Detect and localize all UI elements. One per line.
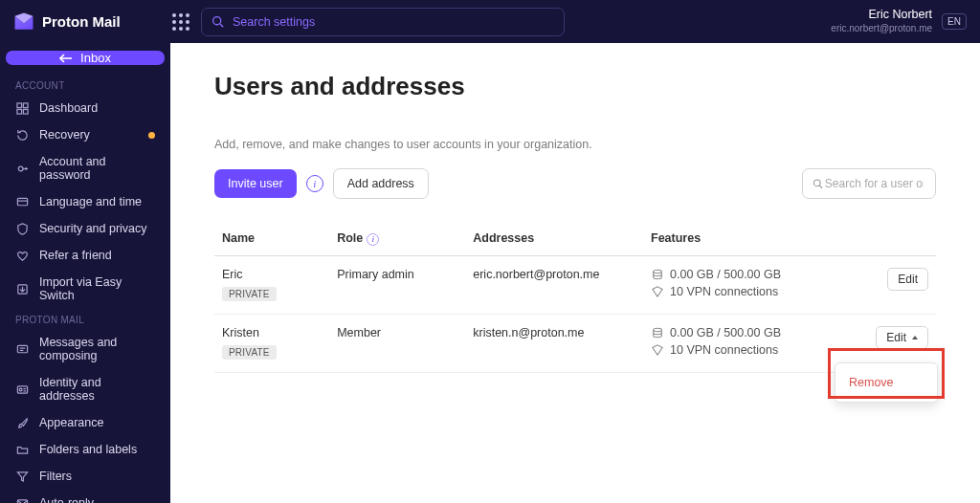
svg-line-24 [819,186,822,188]
sidebar-item-label: Auto-reply [39,496,155,503]
user-name: Eric Norbert [831,8,932,23]
sidebar-item-label: Folders and labels [39,443,155,456]
private-badge: PRIVATE [222,287,277,301]
col-actions [853,222,936,255]
sidebar-item-filters[interactable]: Filters [0,463,170,490]
table-row: Eric PRIVATE Primary admin eric.norbert@… [214,255,936,314]
sidebar-item-label: Dashboard [39,101,155,115]
svg-point-25 [653,270,661,273]
sidebar-item-security[interactable]: Security and privacy [0,215,170,242]
proton-logo-icon [13,11,34,33]
sidebar-item-dashboard[interactable]: Dashboard [0,95,170,121]
sidebar-item-label: Appearance [39,416,155,429]
user-search-input[interactable] [823,176,925,191]
svg-point-18 [19,388,22,391]
page-title: Users and addresses [214,72,936,101]
user-role-cell: Primary admin [329,255,465,314]
add-address-button[interactable]: Add address [333,168,429,199]
sidebar-item-label: Identity and addresses [39,376,155,403]
svg-rect-5 [17,109,22,114]
filter-icon [15,470,30,483]
svg-rect-4 [23,102,28,107]
sidebar-section-account: ACCOUNT [0,80,170,91]
info-icon[interactable]: i [306,175,323,192]
vpn-icon [651,344,663,356]
storage-feature: 0.00 GB / 500.00 GB [651,268,845,281]
search-icon [212,15,224,28]
col-name: Name [214,222,329,255]
user-name-cell: Kristen [222,326,322,339]
svg-point-7 [18,166,23,171]
language-badge[interactable]: EN [942,13,967,30]
back-to-inbox-button[interactable]: Inbox [6,51,165,65]
recovery-icon [15,129,30,142]
top-bar: Proton Mail Eric Norbert eric.norbert@pr… [0,0,980,43]
brand-logo[interactable]: Proton Mail [0,11,170,33]
info-icon[interactable]: i [367,233,379,246]
svg-rect-14 [17,345,27,352]
notification-dot-icon [148,132,155,139]
svg-marker-26 [652,286,661,295]
chevron-up-icon [912,336,918,339]
sidebar-item-identity[interactable]: Identity and addresses [0,369,170,409]
import-icon [15,283,30,295]
sidebar-section-mail: PROTON MAIL [0,315,170,325]
vpn-feature: 10 VPN connections [651,285,845,298]
users-table: Name Rolei Addresses Features Eric PRIVA… [214,222,936,373]
compose-icon [15,343,30,356]
sidebar-item-appearance[interactable]: Appearance [0,409,170,436]
sidebar-item-account-password[interactable]: Account and password [0,148,170,188]
sidebar-item-label: Filters [39,470,155,483]
apps-grid-icon[interactable] [172,13,189,31]
remove-user-item[interactable]: Remove [835,371,937,394]
sidebar-item-label: Messages and composing [39,336,155,362]
storage-icon [651,327,663,339]
user-address-cell: kristen.n@proton.me [465,314,643,372]
user-name-cell: Eric [222,268,322,281]
sidebar-item-recovery[interactable]: Recovery [0,121,170,148]
settings-search[interactable] [201,8,565,36]
user-email: eric.norbert@proton.me [831,23,932,35]
shield-icon [15,223,30,235]
private-badge: PRIVATE [222,345,277,360]
svg-rect-10 [17,198,27,205]
sidebar-item-autoreply[interactable]: Auto-reply [0,490,170,503]
sidebar-item-label: Refer a friend [39,249,155,262]
sidebar-item-import[interactable]: Import via Easy Switch [0,269,170,309]
invite-user-button[interactable]: Invite user [214,169,297,198]
vpn-feature: 10 VPN connections [651,343,845,357]
sidebar-item-refer[interactable]: Refer a friend [0,242,170,269]
page-subtext: Add, remove, and make changes to user ac… [214,138,936,151]
auto-icon [15,497,30,504]
svg-point-27 [653,328,661,331]
col-features: Features [643,222,853,255]
edit-user-button[interactable]: Edit [887,268,928,291]
svg-marker-28 [652,344,661,354]
inbox-button-label: Inbox [80,51,111,65]
user-role-cell: Member [329,314,465,372]
sidebar: Inbox ACCOUNT Dashboard Recovery Account… [0,43,170,503]
col-role: Rolei [329,222,465,255]
search-icon [813,178,823,189]
brush-icon [15,417,30,429]
sidebar-item-folders[interactable]: Folders and labels [0,436,170,463]
account-menu[interactable]: Eric Norbert eric.norbert@proton.me EN [831,8,967,34]
user-search[interactable] [802,168,936,199]
vpn-icon [651,286,663,297]
sidebar-item-label: Security and privacy [39,222,155,235]
svg-point-0 [213,17,221,25]
table-row: Kristen PRIVATE Member kristen.n@proton.… [214,314,936,372]
col-addresses: Addresses [465,222,643,255]
sidebar-item-label: Import via Easy Switch [39,275,155,302]
brand-name: Proton Mail [42,13,121,30]
heart-icon [15,250,30,262]
sidebar-item-messages[interactable]: Messages and composing [0,329,170,369]
svg-marker-21 [17,471,27,480]
sidebar-item-language-time[interactable]: Language and time [0,188,170,215]
storage-feature: 0.00 GB / 500.00 GB [651,326,845,339]
svg-line-1 [220,24,223,27]
folder-icon [15,444,30,456]
sidebar-item-label: Language and time [39,195,155,208]
settings-search-input[interactable] [231,14,554,30]
edit-user-button[interactable]: Edit [876,326,928,349]
